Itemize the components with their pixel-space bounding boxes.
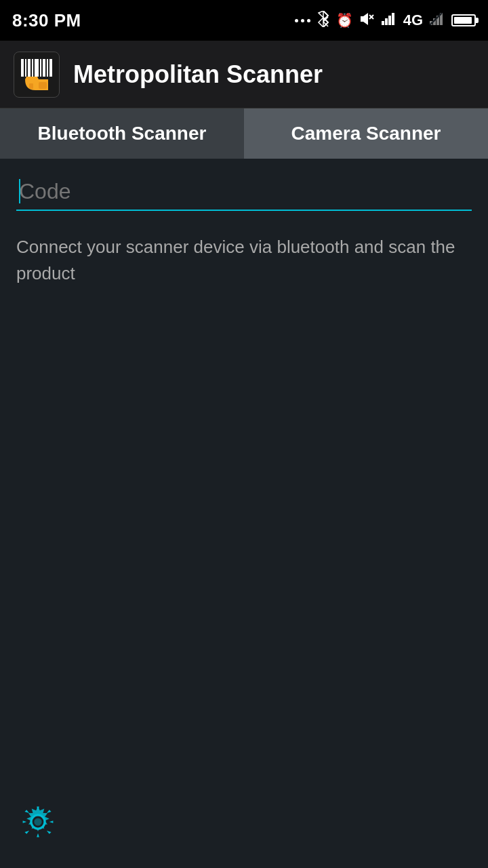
settings-button[interactable] <box>16 800 60 844</box>
svg-rect-18 <box>40 59 41 77</box>
bluetooth-icon <box>317 11 329 31</box>
code-input[interactable] <box>16 172 472 211</box>
settings-gear-icon <box>19 803 57 841</box>
app-logo <box>14 52 60 98</box>
svg-rect-22 <box>39 82 47 89</box>
svg-marker-1 <box>363 13 368 25</box>
text-cursor <box>19 179 20 203</box>
svg-rect-15 <box>28 59 30 77</box>
network-type-label: 4G <box>403 12 423 29</box>
volume-icon <box>360 12 375 30</box>
svg-rect-4 <box>382 21 384 25</box>
svg-rect-5 <box>385 18 388 25</box>
tab-bar: Bluetooth Scanner Camera Scanner <box>0 108 488 159</box>
status-icons: ⏰ 4G <box>295 11 476 31</box>
no-signal-icon <box>430 13 445 28</box>
svg-rect-19 <box>43 59 45 77</box>
tab-camera[interactable]: Camera Scanner <box>244 108 488 159</box>
signal-dots-icon <box>295 19 310 22</box>
tab-bluetooth[interactable]: Bluetooth Scanner <box>0 108 244 159</box>
battery-icon <box>451 14 476 26</box>
svg-point-26 <box>34 818 41 825</box>
svg-rect-14 <box>25 59 26 77</box>
code-input-container <box>16 172 472 214</box>
app-header: Metropolitan Scanner <box>0 41 488 108</box>
status-time: 8:30 PM <box>12 10 81 31</box>
status-bar: 8:30 PM ⏰ <box>0 0 488 41</box>
svg-rect-20 <box>47 59 48 77</box>
signal-bars-icon <box>382 13 396 28</box>
svg-rect-17 <box>35 59 39 77</box>
svg-rect-6 <box>388 16 391 25</box>
svg-rect-0 <box>361 16 363 22</box>
svg-rect-21 <box>49 59 52 77</box>
svg-rect-23 <box>29 83 33 89</box>
svg-rect-7 <box>392 13 394 25</box>
svg-rect-16 <box>32 59 33 77</box>
app-title: Metropolitan Scanner <box>73 60 323 89</box>
svg-rect-13 <box>21 59 24 77</box>
main-content: Connect your scanner device via bluetoot… <box>0 159 488 300</box>
instruction-text: Connect your scanner device via bluetoot… <box>16 234 472 287</box>
alarm-icon: ⏰ <box>336 12 353 28</box>
